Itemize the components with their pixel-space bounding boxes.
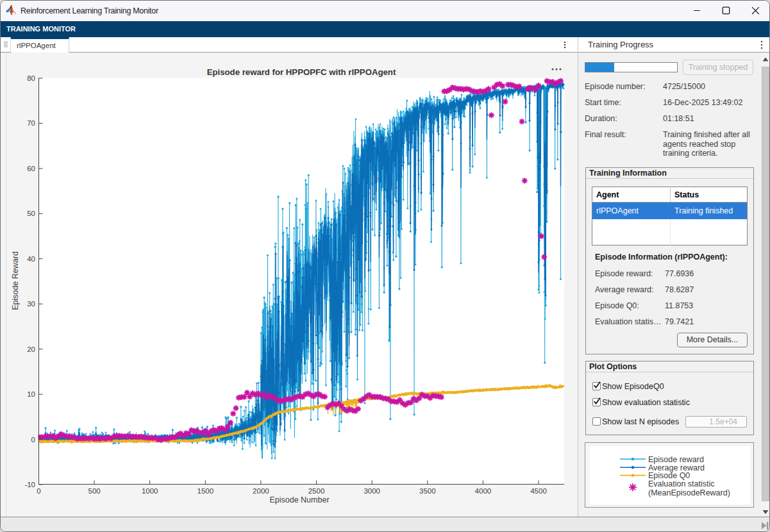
svg-text:2500: 2500 bbox=[308, 487, 325, 495]
svg-text:10: 10 bbox=[27, 390, 35, 398]
svg-text:3000: 3000 bbox=[364, 487, 380, 495]
svg-text:80: 80 bbox=[27, 74, 35, 82]
svg-text:0: 0 bbox=[37, 487, 40, 495]
svg-text:4000: 4000 bbox=[475, 487, 492, 495]
svg-text:20: 20 bbox=[27, 345, 35, 353]
svg-text:3500: 3500 bbox=[419, 487, 436, 495]
svg-text:50: 50 bbox=[27, 210, 35, 217]
svg-text:70: 70 bbox=[27, 119, 35, 127]
svg-text:30: 30 bbox=[27, 300, 35, 308]
svg-text:1000: 1000 bbox=[142, 487, 158, 495]
svg-text:0: 0 bbox=[31, 436, 35, 444]
svg-text:60: 60 bbox=[27, 165, 35, 172]
svg-text:1500: 1500 bbox=[197, 487, 214, 495]
svg-text:40: 40 bbox=[27, 255, 35, 263]
svg-text:2000: 2000 bbox=[253, 487, 269, 495]
svg-text:Episode Reward: Episode Reward bbox=[11, 251, 20, 310]
svg-text:Episode reward for HPPOPFC wit: Episode reward for HPPOPFC with rlPPOAge… bbox=[207, 67, 396, 77]
svg-text:500: 500 bbox=[88, 487, 101, 495]
svg-text:4500: 4500 bbox=[530, 487, 547, 495]
svg-text:-10: -10 bbox=[24, 481, 35, 488]
svg-text:Episode Number: Episode Number bbox=[269, 495, 329, 504]
